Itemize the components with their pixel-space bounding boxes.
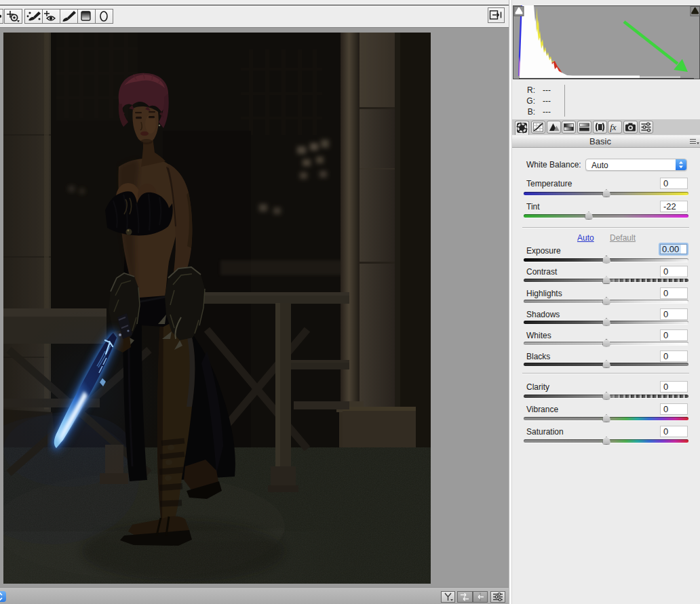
svg-text:fx: fx [610,122,617,132]
